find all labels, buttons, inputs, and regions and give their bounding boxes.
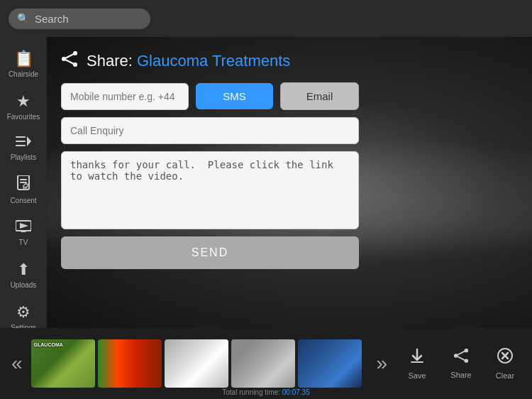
thumbnail-4[interactable] bbox=[231, 339, 295, 388]
sidebar-item-chairside[interactable]: 📋 Chairside bbox=[3, 44, 44, 84]
sidebar-item-uploads[interactable]: ⬆ Uploads bbox=[3, 255, 44, 295]
search-box[interactable]: 🔍 bbox=[9, 9, 150, 29]
sms-button[interactable]: SMS bbox=[196, 83, 273, 109]
sidebar-label-consent: Consent bbox=[10, 197, 36, 204]
share-form: SMS Email thanks for your call. Please c… bbox=[61, 82, 359, 269]
sidebar-label-chairside: Chairside bbox=[9, 70, 38, 78]
svg-rect-2 bbox=[16, 145, 26, 146]
playlists-icon bbox=[16, 135, 31, 151]
sidebar-item-tv[interactable]: TV bbox=[3, 213, 44, 252]
bottom-bar: « GLAUCOMA » Save bbox=[0, 328, 532, 399]
clear-icon bbox=[497, 347, 514, 368]
favourites-icon: ★ bbox=[16, 92, 31, 111]
sidebar-item-favourites[interactable]: ★ Favourites bbox=[3, 87, 44, 126]
svg-line-21 bbox=[456, 356, 467, 361]
clear-label: Clear bbox=[496, 371, 514, 380]
top-row: SMS Email bbox=[61, 82, 359, 110]
message-textarea[interactable]: thanks for your call. Please click the l… bbox=[61, 151, 359, 229]
svg-rect-6 bbox=[20, 182, 27, 183]
tv-icon bbox=[16, 219, 31, 236]
next-button[interactable]: » bbox=[370, 352, 393, 375]
call-enquiry-input[interactable] bbox=[61, 117, 359, 144]
sidebar-label-tv: TV bbox=[19, 239, 28, 246]
svg-rect-5 bbox=[20, 179, 27, 180]
svg-rect-1 bbox=[16, 141, 26, 142]
sidebar-label-favourites: Favourites bbox=[7, 113, 40, 121]
share-bottom-button[interactable]: Share bbox=[440, 335, 482, 392]
thumbnail-1[interactable]: GLAUCOMA bbox=[31, 339, 95, 388]
share-panel: Share: Glaucoma Treatments SMS Email tha… bbox=[61, 51, 518, 269]
mobile-input[interactable] bbox=[61, 83, 189, 110]
svg-rect-0 bbox=[16, 136, 26, 138]
share-heading: Share: Glaucoma Treatments bbox=[87, 52, 290, 70]
sidebar-label-playlists: Playlists bbox=[11, 153, 37, 161]
sidebar-label-uploads: Uploads bbox=[11, 281, 37, 289]
thumbnail-2[interactable] bbox=[98, 339, 162, 388]
chairside-icon: 📋 bbox=[14, 50, 33, 68]
share-bottom-icon bbox=[453, 348, 469, 368]
save-button[interactable]: Save bbox=[396, 335, 438, 392]
svg-line-14 bbox=[64, 53, 75, 59]
search-input[interactable] bbox=[35, 13, 134, 25]
svg-line-15 bbox=[64, 59, 75, 65]
search-icon: 🔍 bbox=[17, 13, 29, 24]
email-button[interactable]: Email bbox=[280, 82, 359, 110]
svg-marker-3 bbox=[27, 136, 31, 146]
settings-icon: ⚙ bbox=[16, 303, 31, 322]
prev-button[interactable]: « bbox=[6, 352, 28, 375]
save-label: Save bbox=[408, 371, 426, 380]
svg-marker-10 bbox=[20, 223, 28, 229]
running-time: Total running time: 00:07.35 bbox=[222, 388, 309, 396]
uploads-icon: ⬆ bbox=[17, 261, 30, 279]
sidebar: 📋 Chairside ★ Favourites Playlists bbox=[0, 37, 47, 328]
svg-rect-9 bbox=[21, 231, 26, 232]
consent-icon bbox=[16, 175, 31, 195]
thumb-label-1: GLAUCOMA bbox=[34, 342, 63, 347]
save-icon bbox=[409, 347, 426, 368]
running-time-value: 00:07.35 bbox=[282, 388, 310, 396]
sidebar-item-playlists[interactable]: Playlists bbox=[3, 129, 44, 167]
clear-button[interactable]: Clear bbox=[484, 335, 526, 392]
send-button[interactable]: SEND bbox=[61, 236, 359, 269]
svg-line-20 bbox=[456, 351, 467, 356]
svg-point-7 bbox=[23, 184, 29, 190]
share-icon bbox=[61, 51, 78, 71]
share-title: Share: Glaucoma Treatments bbox=[61, 51, 518, 71]
thumbnail-5[interactable] bbox=[298, 339, 362, 388]
thumbnails-container: GLAUCOMA bbox=[31, 339, 368, 388]
top-bar: 🔍 bbox=[0, 0, 532, 37]
svg-rect-16 bbox=[411, 361, 423, 363]
share-bottom-label: Share bbox=[450, 371, 471, 379]
main-content: Share: Glaucoma Treatments SMS Email tha… bbox=[47, 37, 532, 328]
thumbnail-3[interactable] bbox=[165, 339, 228, 388]
bottom-actions: Save Share Clear bbox=[396, 335, 526, 392]
sidebar-item-consent[interactable]: Consent bbox=[3, 170, 44, 210]
